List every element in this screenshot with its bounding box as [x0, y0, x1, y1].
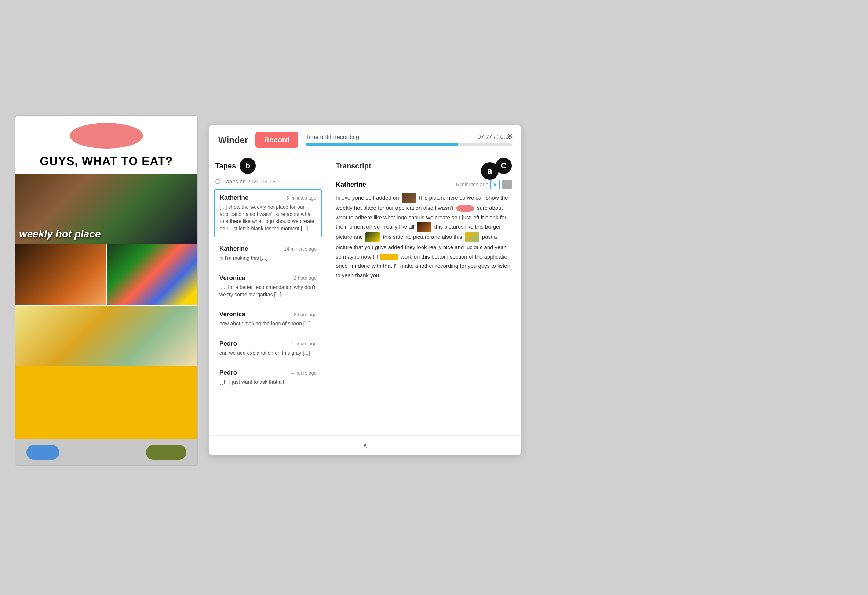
iphone-screen: GUYS, WHAT TO EAT? BURGER SALAD PASTA [15, 115, 197, 440]
tape-speaker-4: Pedro [219, 340, 237, 347]
iphone-bottom-bar [15, 440, 197, 465]
tape-card-header-4: Pedro 4 hours ago [219, 340, 317, 347]
tape-time-0: 5 minutes ago [286, 195, 316, 201]
tape-snippet-3: how about making the logo of spoon [...] [219, 320, 317, 328]
transcript-highlight [380, 254, 399, 260]
tape-card-2[interactable]: Veronica 2 hour ago [...] for a better r… [214, 270, 322, 303]
tape-card-header-0: Katherine 5 minutes ago [220, 194, 316, 201]
food-restaurant [15, 174, 197, 244]
food-row-2: PASTA [15, 306, 197, 366]
tapes-title: Tapes [216, 162, 236, 170]
iphone-mockup: iPhone 8 Plus - 17 GUYS, WHAT TO EAT? BU… [15, 115, 198, 466]
tape-snippet-1: hi I'm making this [...] [219, 255, 317, 262]
transcript-inline-image-food2 [365, 232, 380, 242]
record-button[interactable]: Record [255, 132, 298, 148]
tape-snippet-0: [...] show the weekly hot place for our … [220, 204, 316, 232]
badge-b: b [239, 158, 256, 174]
food-pasta: PASTA [15, 306, 197, 366]
tape-time-5: 4 hours ago [291, 370, 317, 376]
app-logo-oval [70, 123, 143, 149]
transcript-text: hi everyone so I added on this picture h… [336, 193, 512, 280]
tape-card-header-1: Katherine 14 minutes ago [219, 245, 317, 252]
tape-speaker-0: Katherine [220, 194, 248, 201]
tape-card-3[interactable]: Veronica 2 hour ago how about making the… [214, 306, 322, 332]
tape-card-header-2: Veronica 2 hour ago [219, 275, 317, 282]
tape-card-1[interactable]: Katherine 14 minutes ago hi I'm making t… [214, 240, 322, 267]
transcript-title: Transcript [336, 162, 371, 170]
yellow-section [15, 366, 197, 440]
timer-label: Time until Recording [306, 134, 359, 140]
pasta-image [15, 306, 197, 366]
transcript-inline-image-restaurant [402, 193, 416, 203]
timer-row: Time until Recording 07:27 / 10:00 [306, 134, 512, 140]
transcript-speaker: Katherine [336, 181, 366, 189]
tape-time-2: 2 hour ago [294, 275, 317, 281]
restaurant-image [15, 174, 197, 244]
iphone-bottom-btn-green[interactable] [146, 445, 186, 460]
transcript-time-label: 5 minutes ago [456, 182, 488, 188]
tape-time-4: 4 hours ago [291, 341, 317, 346]
transcript-speaker-row: Katherine 5 minutes ago ▶ [336, 180, 512, 189]
transcript-inline-pink-oval [456, 205, 474, 212]
tape-time-3: 2 hour ago [294, 312, 317, 317]
burger-image [15, 244, 106, 305]
transcript-section: Transcript C Katherine 5 minutes ago ▶ h… [327, 152, 521, 436]
badge-a: a [481, 162, 499, 180]
winder-footer: ∧ [210, 436, 521, 455]
winder-panel: a Winder Record Time until Recording 07:… [209, 125, 521, 455]
food-salad: SALAD [107, 244, 197, 305]
close-button[interactable]: ✕ [506, 131, 513, 141]
transcript-inline-image-food1 [417, 222, 431, 232]
app-title: GUYS, WHAT TO EAT? [34, 154, 179, 168]
transcript-inline-image-food3 [465, 232, 480, 242]
tape-speaker-3: Veronica [219, 311, 245, 318]
tape-card-header-5: Pedro 4 hours ago [219, 369, 317, 376]
tape-speaker-1: Katherine [219, 245, 248, 252]
transcript-play-button[interactable]: ▶ [490, 180, 500, 189]
tape-speaker-5: Pedro [219, 369, 237, 376]
timer-bar-background [306, 143, 512, 146]
winder-header: Winder Record Time until Recording 07:27… [210, 125, 521, 152]
tape-speaker-2: Veronica [219, 275, 245, 282]
winder-title: Winder [218, 135, 248, 145]
transcript-stop-button[interactable] [502, 180, 512, 189]
tape-card-5[interactable]: Pedro 4 hours ago [ ]hi I just want to a… [214, 364, 322, 391]
tapes-header: Tapes b [210, 158, 326, 177]
transcript-time-section: 5 minutes ago ▶ [456, 180, 512, 189]
tape-time-1: 14 minutes ago [284, 246, 317, 252]
chevron-up-icon[interactable]: ∧ [362, 441, 368, 450]
radio-icon [216, 179, 220, 184]
winder-body: Tapes b Tapes on 2020-09-16 Katherine 5 … [210, 152, 521, 436]
salad-image [107, 244, 197, 305]
tapes-date: Tapes on 2020-09-16 [210, 177, 326, 188]
tape-card-0[interactable]: Katherine 5 minutes ago [...] show the w… [214, 189, 322, 237]
tape-card-header-3: Veronica 2 hour ago [219, 311, 317, 318]
food-grid: BURGER SALAD PASTA [15, 174, 197, 366]
tape-card-4[interactable]: Pedro 4 hours ago can we add explanation… [214, 335, 322, 362]
tapes-section: Tapes b Tapes on 2020-09-16 Katherine 5 … [210, 152, 327, 436]
timer-bar-fill [306, 143, 458, 146]
tape-snippet-5: [ ]hi I just want to ask that all [219, 379, 317, 386]
timer-section: Time until Recording 07:27 / 10:00 [306, 134, 512, 146]
iphone-bottom-btn-blue[interactable] [27, 445, 59, 460]
tape-snippet-4: can we add explanation on this gray [...… [219, 350, 317, 357]
tape-snippet-2: [...] for a better recommendation why do… [219, 284, 317, 298]
tapes-date-label: Tapes on 2020-09-16 [223, 178, 276, 185]
food-row-1: BURGER SALAD [15, 244, 197, 305]
food-burger: BURGER [15, 244, 106, 305]
